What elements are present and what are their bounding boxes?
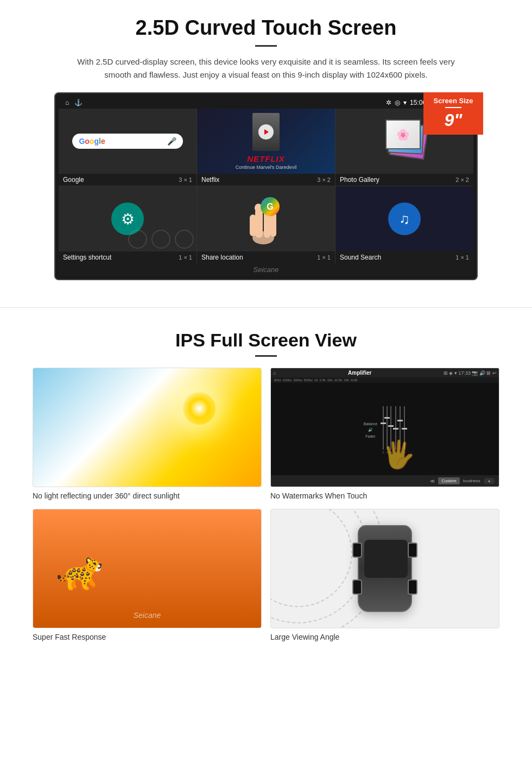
device-watermark: Seicane [59, 263, 473, 276]
netflix-label-row: Netflix 3 × 2 [197, 174, 335, 186]
slider-thumb-3 [388, 425, 394, 427]
share-cell-inner: G [197, 186, 335, 251]
amplifier-image: ⌂ Amplifier ⊞ ◈ ▾ 17:33 📷 🔊 ⊠ ↩ 60hz 100… [270, 368, 499, 487]
share-size: 1 × 1 [317, 254, 331, 261]
gallery-img-front: 🌸 [385, 119, 421, 149]
app-cell-sound[interactable]: ♫ Sound Search 1 × 1 [335, 186, 473, 263]
cheetah-silhouette: 🐆 [56, 548, 103, 592]
svg-rect-3 [250, 215, 256, 236]
sunlight-image [33, 368, 262, 487]
amp-header: ⌂ Amplifier ⊞ ◈ ▾ 17:33 📷 🔊 ⊠ ↩ [271, 368, 499, 377]
google-label: Google [63, 176, 84, 184]
sound-label-row: Sound Search 1 × 1 [335, 251, 473, 263]
slider-thumb-2 [384, 417, 390, 419]
car-wheel-front-left [352, 542, 362, 558]
cheetah-watermark: Seicane [134, 611, 161, 620]
car-wheel-rear-right [408, 579, 417, 595]
google-cell-inner: Google 🎤 [59, 109, 197, 174]
svg-rect-1 [255, 208, 263, 238]
app-cell-netflix[interactable]: NETFLIX Continue Marvel's Daredevil Netf… [197, 109, 335, 186]
settings-label: Settings shortcut [63, 254, 111, 261]
section-curved-screen: 2.5D Curved Touch Screen With 2.5D curve… [0, 0, 532, 291]
app-cell-google[interactable]: Google 🎤 Google 3 × 1 [59, 109, 197, 186]
sound-icon-circle: ♫ [388, 203, 421, 235]
usb-icon: ⚓ [74, 99, 83, 106]
slider-thumb-1 [381, 422, 386, 424]
status-left: ⌂ ⚓ [65, 99, 83, 106]
share-hand-container: G [244, 192, 288, 246]
cheetah-caption: Super Fast Response [33, 633, 262, 641]
share-label-row: Share location 1 × 1 [197, 251, 335, 263]
netflix-play-btn[interactable] [258, 124, 274, 140]
sound-size: 1 × 1 [455, 254, 469, 261]
badge-divider [445, 107, 461, 108]
loudness-label: loudness [463, 478, 480, 483]
slider-thumb-6 [402, 428, 407, 430]
device-frame: ⌂ ⚓ ✲ ◎ ▾ 15:06 📷 🔊 ⊠ ▭ [54, 92, 478, 280]
loudness-toggle[interactable]: ● [484, 478, 495, 484]
gear-icon: ⚙ [121, 210, 135, 228]
home-icon: ⌂ [65, 99, 69, 106]
car-wheel-front-right [408, 542, 417, 558]
netflix-bg: NETFLIX Continue Marvel's Daredevil [197, 109, 335, 174]
section2-divider [255, 355, 277, 357]
amp-status: ⊞ ◈ ▾ 17:33 📷 🔊 ⊠ ↩ [444, 370, 497, 376]
home-icon-amp: ⌂ [273, 370, 276, 376]
mic-icon: 🎤 [167, 137, 176, 146]
netflix-logo-text: NETFLIX [247, 154, 285, 163]
section-ips: IPS Full Screen View No light reflecting… [0, 324, 532, 652]
wifi-icon: ▾ [403, 99, 407, 106]
image-grid: No light reflecting under 360° direct su… [33, 368, 499, 641]
gallery-label-row: Photo Gallery 2 × 2 [335, 174, 473, 186]
amp-hand-icon: 🖐 [382, 439, 415, 470]
car-image [270, 509, 499, 628]
netflix-label: Netflix [201, 176, 219, 184]
device-mockup: Screen Size 9" ⌂ ⚓ ✲ ◎ ▾ 15:06 📷 [54, 92, 478, 280]
app-grid: Google 🎤 Google 3 × 1 [59, 109, 473, 263]
amplifier-title: Amplifier [348, 370, 371, 376]
freq-labels: 60hz 100hz 200hz 500hz 1k 2.5k 10k 12.5k… [271, 377, 499, 383]
netflix-cell-inner: NETFLIX Continue Marvel's Daredevil [197, 109, 335, 174]
google-size: 3 × 1 [179, 176, 192, 183]
settings-cell-inner: ⚙ [59, 186, 197, 251]
music-note-icon: ♫ [399, 211, 410, 228]
share-label: Share location [201, 254, 243, 261]
netflix-sub-text: Continue Marvel's Daredevil [236, 165, 296, 170]
amp-footer: ≪ Custom loudness ● [271, 475, 499, 487]
app-cell-share[interactable]: G [197, 186, 335, 263]
settings-size: 1 × 1 [179, 254, 192, 261]
card-cheetah: 🐆 Seicane Super Fast Response [33, 509, 262, 641]
location-icon: ◎ [395, 99, 400, 106]
screen-size-badge: Screen Size 9" [423, 92, 483, 135]
google-logo: Google [79, 137, 105, 146]
gallery-size: 2 × 2 [455, 176, 469, 183]
badge-size: 9" [429, 110, 478, 130]
gallery-stack: 🌸 [383, 119, 426, 163]
section2-title: IPS Full Screen View [33, 330, 499, 351]
section1-title: 2.5D Curved Touch Screen [33, 16, 499, 40]
car-body [358, 525, 412, 612]
settings-label-row: Settings shortcut 1 × 1 [59, 251, 197, 263]
g-maps-icon: G [261, 197, 280, 216]
google-search-bar[interactable]: Google 🎤 [72, 134, 182, 149]
settings-bg-icons [128, 230, 194, 249]
sunlight-caption: No light reflecting under 360° direct su… [33, 491, 262, 500]
car-caption: Large Viewing Angle [270, 633, 499, 641]
amp-back-btn: ≪ [430, 478, 435, 484]
section1-description: With 2.5D curved-display screen, this de… [76, 55, 456, 81]
bluetooth-icon: ✲ [386, 99, 391, 106]
badge-label: Screen Size [429, 97, 478, 105]
gallery-label: Photo Gallery [340, 176, 379, 184]
amp-left-labels: Balance 🔊 Fader [364, 422, 379, 438]
app-cell-settings[interactable]: ⚙ Settings shortcut 1 × 1 [59, 186, 197, 263]
car-roof [364, 540, 408, 578]
amp-sliders: Balance 🔊 Fader 3 [273, 373, 497, 482]
sound-label: Sound Search [340, 254, 381, 261]
google-label-row: Google 3 × 1 [59, 174, 197, 186]
status-bar: ⌂ ⚓ ✲ ◎ ▾ 15:06 📷 🔊 ⊠ ▭ [59, 97, 473, 109]
section1-divider [255, 45, 277, 47]
sunlight-rays [183, 392, 216, 425]
car-wheel-rear-left [352, 579, 362, 595]
custom-btn[interactable]: Custom [438, 477, 460, 484]
netflix-size: 3 × 2 [317, 176, 331, 183]
